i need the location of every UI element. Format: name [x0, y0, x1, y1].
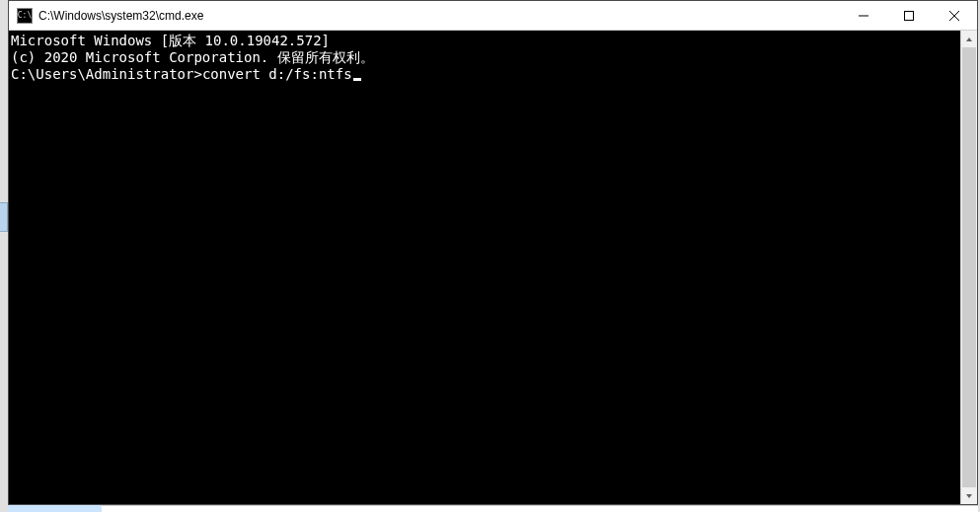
svg-rect-1 [905, 11, 914, 20]
client-area: Microsoft Windows [版本 10.0.19042.572](c)… [9, 31, 977, 504]
titlebar[interactable]: C:\ C:\Windows\system32\cmd.exe [9, 1, 977, 31]
left-edge-tab [0, 202, 8, 232]
prompt-text: C:\Users\Administrator> [11, 66, 202, 82]
vertical-scrollbar[interactable] [960, 31, 977, 504]
minimize-button[interactable] [841, 1, 886, 30]
maximize-button[interactable] [886, 1, 932, 30]
window-controls [841, 1, 977, 30]
bottom-strip [8, 505, 978, 512]
svg-marker-4 [966, 37, 972, 41]
terminal-line: (c) 2020 Microsoft Corporation. 保留所有权利。 [9, 49, 960, 66]
minimize-icon [859, 11, 868, 21]
close-button[interactable] [932, 1, 977, 30]
svg-marker-5 [966, 494, 972, 498]
cursor-icon [353, 78, 361, 81]
cmd-icon: C:\ [17, 8, 33, 24]
terminal-output[interactable]: Microsoft Windows [版本 10.0.19042.572](c)… [9, 31, 960, 504]
svg-rect-0 [859, 15, 868, 16]
terminal-prompt-line: C:\Users\Administrator>convert d:/fs:ntf… [9, 66, 960, 83]
scroll-up-button[interactable] [961, 31, 977, 47]
bottom-strip-highlight [8, 505, 102, 512]
chevron-up-icon [965, 36, 973, 43]
scrollbar-thumb[interactable] [962, 47, 976, 487]
maximize-icon [904, 11, 914, 21]
cmd-window: C:\ C:\Windows\system32\cmd.exe Microsof… [8, 0, 978, 505]
scroll-down-button[interactable] [961, 487, 977, 504]
window-title: C:\Windows\system32\cmd.exe [38, 9, 841, 23]
chevron-down-icon [965, 492, 973, 500]
scrollbar-track[interactable] [961, 47, 977, 487]
close-icon [949, 11, 959, 21]
terminal-line: Microsoft Windows [版本 10.0.19042.572] [9, 33, 960, 49]
command-text: convert d:/fs:ntfs [202, 66, 352, 82]
